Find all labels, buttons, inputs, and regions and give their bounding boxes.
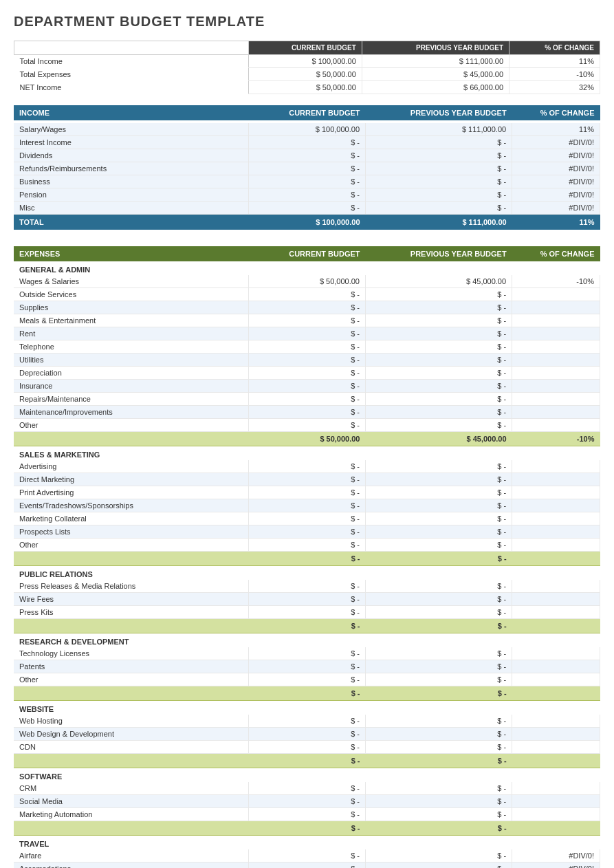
sm-current-0: $ - (248, 460, 366, 473)
pr-row-0: Press Releases & Media Relations $ - $ - (14, 580, 600, 593)
income-section-label: INCOME (14, 105, 248, 120)
summary-row-net: NET Income $ 50,000.00 $ 66,000.00 32% (14, 81, 600, 94)
ga-previous-3: $ - (366, 314, 512, 327)
sm-change-2 (512, 486, 600, 499)
sm-label-3: Events/Tradeshows/Sponsorships (14, 499, 248, 512)
ga-change-4 (512, 327, 600, 340)
income-label-5: Pension (14, 188, 248, 202)
income-current-5: $ - (248, 188, 366, 202)
ga-label-9: Repairs/Maintenance (14, 393, 248, 406)
ga-current-2: $ - (248, 301, 366, 314)
income-change-1: #DIV/0! (512, 136, 600, 149)
sm-row-3: Events/Tradeshows/Sponsorships $ - $ - (14, 499, 600, 512)
rd-row-0: Technology Licenses $ - $ - (14, 647, 600, 660)
ga-row-8: Insurance $ - $ - (14, 380, 600, 393)
income-change-3: #DIV/0! (512, 162, 600, 175)
expenses-section-header: EXPENSES CURRENT BUDGET PREVIOUS YEAR BU… (14, 246, 600, 261)
sm-subtotal-current: $ - (248, 552, 366, 566)
ga-previous-8: $ - (366, 380, 512, 393)
tr-label-1: Accomodations (14, 862, 248, 869)
pr-current-0: $ - (248, 580, 366, 593)
income-change-6: #DIV/0! (512, 202, 600, 215)
public-relations-label: PUBLIC RELATIONS (14, 566, 600, 581)
summary-net-previous: $ 66,000.00 (362, 81, 509, 94)
web-label-0: Web Hosting (14, 715, 248, 728)
ga-label-4: Rent (14, 327, 248, 340)
summary-income-previous: $ 111,000.00 (362, 55, 509, 68)
web-subtotal-label (14, 754, 248, 768)
pr-current-1: $ - (248, 593, 366, 606)
tr-change-0: #DIV/0! (512, 849, 600, 862)
income-previous-1: $ - (366, 136, 512, 149)
ga-label-6: Utilities (14, 354, 248, 367)
ga-change-8 (512, 380, 600, 393)
research-dev-header: RESEARCH & DEVELOPMENT (14, 633, 600, 648)
rd-subtotal-current: $ - (248, 686, 366, 701)
sw-label-1: Social Media (14, 795, 248, 808)
ga-label-11: Other (14, 419, 248, 432)
ga-change-3 (512, 314, 600, 327)
income-row-4: Business $ - $ - #DIV/0! (14, 175, 600, 188)
ga-previous-2: $ - (366, 301, 512, 314)
research-dev-label: RESEARCH & DEVELOPMENT (14, 633, 600, 648)
web-subtotal-previous: $ - (366, 754, 512, 768)
sm-current-2: $ - (248, 486, 366, 499)
summary-col-current: CURRENT BUDGET (248, 41, 362, 55)
rd-row-1: Patents $ - $ - (14, 660, 600, 673)
ga-previous-1: $ - (366, 288, 512, 301)
summary-income-change: 11% (509, 55, 600, 68)
income-label-4: Business (14, 175, 248, 188)
sm-change-0 (512, 460, 600, 473)
sm-previous-0: $ - (366, 460, 512, 473)
ga-row-11: Other $ - $ - (14, 419, 600, 432)
web-label-1: Web Design & Development (14, 728, 248, 741)
ga-current-1: $ - (248, 288, 366, 301)
ga-label-10: Maintenance/Improvements (14, 406, 248, 419)
ga-label-1: Outside Services (14, 288, 248, 301)
sm-change-5 (512, 525, 600, 539)
sm-row-0: Advertising $ - $ - (14, 460, 600, 473)
pr-current-2: $ - (248, 606, 366, 619)
rd-change-2 (512, 673, 600, 686)
rd-label-1: Patents (14, 660, 248, 673)
tr-previous-1: $ - (366, 862, 512, 869)
ga-row-0: Wages & Salaries $ 50,000.00 $ 45,000.00… (14, 275, 600, 288)
rd-previous-0: $ - (366, 647, 512, 660)
sm-change-4 (512, 512, 600, 525)
web-row-0: Web Hosting $ - $ - (14, 715, 600, 728)
ga-current-9: $ - (248, 393, 366, 406)
sw-subtotal-current: $ - (248, 821, 366, 836)
ga-previous-11: $ - (366, 419, 512, 432)
sm-subtotal-change (512, 552, 600, 566)
rd-label-0: Technology Licenses (14, 647, 248, 660)
expenses-section-label: EXPENSES (14, 246, 248, 261)
ga-label-0: Wages & Salaries (14, 275, 248, 288)
income-current-6: $ - (248, 202, 366, 215)
income-previous-6: $ - (366, 202, 512, 215)
sw-previous-0: $ - (366, 782, 512, 795)
income-label-1: Interest Income (14, 136, 248, 149)
ga-previous-4: $ - (366, 327, 512, 340)
sw-current-0: $ - (248, 782, 366, 795)
rd-subtotal: $ - $ - (14, 686, 600, 701)
expenses-table: EXPENSES CURRENT BUDGET PREVIOUS YEAR BU… (14, 246, 600, 868)
ga-row-1: Outside Services $ - $ - (14, 288, 600, 301)
sw-subtotal-label (14, 821, 248, 836)
income-row-1: Interest Income $ - $ - #DIV/0! (14, 136, 600, 149)
rd-change-0 (512, 647, 600, 660)
rd-subtotal-label (14, 686, 248, 701)
sw-row-2: Marketing Automation $ - $ - (14, 808, 600, 821)
ga-label-5: Telephone (14, 340, 248, 354)
pr-subtotal-change (512, 619, 600, 633)
ga-row-6: Utilities $ - $ - (14, 354, 600, 367)
income-previous-3: $ - (366, 162, 512, 175)
sm-row-2: Print Advertising $ - $ - (14, 486, 600, 499)
ga-row-9: Repairs/Maintenance $ - $ - (14, 393, 600, 406)
sm-label-6: Other (14, 539, 248, 552)
sm-label-5: Prospects Lists (14, 525, 248, 539)
income-row-6: Misc $ - $ - #DIV/0! (14, 202, 600, 215)
sm-current-6: $ - (248, 539, 366, 552)
summary-col-previous: PREVIOUS YEAR BUDGET (362, 41, 509, 55)
pr-label-2: Press Kits (14, 606, 248, 619)
ga-change-7 (512, 367, 600, 380)
